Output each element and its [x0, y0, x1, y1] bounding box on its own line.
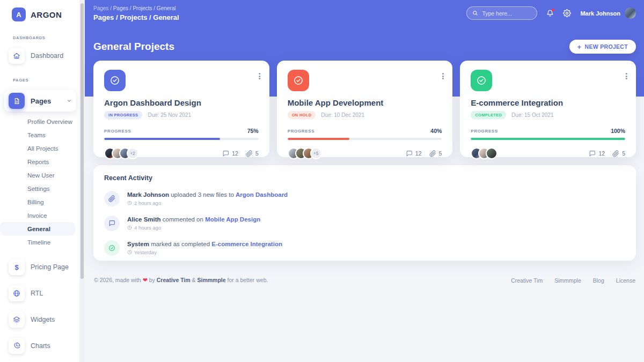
footer-creative-tim[interactable]: Creative Tim	[157, 277, 191, 283]
new-project-label: NEW PROJECT	[585, 43, 628, 50]
user-menu[interactable]: Mark Johnson	[580, 8, 636, 19]
pages-submenu: Profile Overview Teams All Projects Repo…	[0, 115, 79, 249]
sidebar-subitem-settings[interactable]: Settings	[0, 182, 79, 195]
breadcrumb: Pages / Pages / Projects / General Pages…	[93, 5, 179, 21]
footer-link-simmmple[interactable]: Simmmple	[554, 277, 581, 284]
status-badge: IN PROGRESS	[104, 111, 142, 119]
brand-name: ARGON	[31, 10, 62, 19]
comment-icon	[406, 150, 413, 157]
sidebar-subitem-new-user[interactable]: New User	[0, 168, 79, 182]
attachments-count[interactable]: 5	[612, 150, 625, 157]
sidebar-item-rtl[interactable]: RTL	[0, 285, 79, 301]
settings-gear-button[interactable]	[563, 9, 571, 17]
activity-time: Yesterday	[127, 249, 282, 255]
clock-icon	[127, 201, 132, 205]
attachments-count[interactable]: 5	[429, 150, 442, 157]
clock-icon	[127, 250, 132, 255]
due-date: Due: 15 Oct 2021	[511, 112, 553, 118]
new-project-button[interactable]: + NEW PROJECT	[569, 40, 636, 54]
card-menu-button[interactable]: •••	[259, 72, 261, 80]
sidebar-subitem-timeline[interactable]: Timeline	[0, 235, 79, 249]
heart-icon: ❤	[143, 277, 148, 283]
main-content: Pages / Pages / Projects / General Pages…	[85, 0, 644, 362]
search-box[interactable]	[466, 6, 537, 20]
footer-link-blog[interactable]: Blog	[593, 277, 604, 284]
sidebar-item-pricing-page[interactable]: $ Pricing Page	[0, 259, 79, 275]
sidebar-item-pages[interactable]: Pages	[4, 90, 76, 112]
chevron-down-icon	[67, 98, 72, 104]
activity-item: System marked as completed E-commerce In…	[104, 240, 625, 256]
sidebar-item-dashboard[interactable]: Dashboard	[0, 48, 79, 64]
notifications-button[interactable]	[546, 9, 554, 17]
paperclip-icon	[612, 150, 619, 157]
breadcrumb-current: Pages / Projects / General	[113, 5, 176, 11]
layers-icon	[9, 312, 25, 328]
sidebar-item-label: Dashboard	[31, 52, 63, 60]
sidebar-subitem-billing[interactable]: Billing	[0, 195, 79, 209]
project-title: Argon Dashboard Design	[104, 98, 259, 107]
activity-text: System marked as completed E-commerce In…	[127, 240, 282, 247]
paperclip-icon	[104, 191, 120, 206]
comments-count[interactable]: 12	[589, 150, 605, 157]
sidebar-subitem-invoice[interactable]: Invoice	[0, 209, 79, 222]
progress-value: 100%	[611, 128, 625, 134]
progress-bar	[471, 138, 625, 140]
activity-link[interactable]: Mobile App Design	[205, 216, 260, 223]
sidebar-section-pages: PAGES	[0, 78, 79, 83]
sidebar-item-label: Charts	[31, 342, 50, 350]
comments-count[interactable]: 12	[222, 150, 238, 157]
sidebar-item-label: Widgets	[31, 316, 55, 323]
comments-count[interactable]: 12	[406, 150, 422, 157]
document-icon	[9, 93, 25, 109]
sidebar-item-widgets[interactable]: Widgets	[0, 312, 79, 328]
footer-link-license[interactable]: License	[616, 277, 635, 284]
avatar-group[interactable]: +5	[288, 147, 322, 159]
card-menu-button[interactable]: •••	[442, 72, 444, 80]
activity-link[interactable]: E-commerce Integration	[211, 241, 282, 247]
status-badge: ON HOLD	[288, 111, 316, 119]
recent-activity-title: Recent Activity	[104, 174, 625, 182]
search-input[interactable]	[482, 10, 530, 17]
sidebar-scrollbar-thumb[interactable]	[80, 3, 84, 279]
check-circle-icon	[471, 70, 492, 91]
recent-activity-card: Recent Activity Mark Johnson uploaded 3 …	[93, 165, 636, 261]
attachments-count[interactable]: 5	[246, 150, 259, 157]
due-date: Due: 25 Nov 2021	[148, 112, 191, 118]
sidebar: A ARGON DASHBOARDS Dashboard PAGES Pages…	[0, 0, 79, 362]
footer-simmmple[interactable]: Simmmple	[197, 277, 225, 283]
avatar-group[interactable]	[471, 147, 497, 159]
check-circle-icon	[104, 240, 120, 256]
sidebar-subitem-teams[interactable]: Teams	[0, 128, 79, 142]
activity-link[interactable]: Argon Dashboard	[236, 191, 288, 198]
activity-item: Alice Smith commented on Mobile App Desi…	[104, 216, 625, 231]
project-card-mobile-app-development: ••• Mobile App Development ON HOLD Due: …	[277, 61, 453, 157]
breadcrumb-title: Pages / Projects / General	[93, 13, 179, 21]
avatar-overflow-badge: +2	[127, 147, 138, 159]
pie-chart-icon	[9, 338, 25, 354]
avatar	[625, 8, 636, 19]
footer: © 2026, made with ❤ by Creative Tim & Si…	[93, 277, 636, 284]
user-name: Mark Johnson	[580, 10, 620, 17]
sidebar-subitem-reports[interactable]: Reports	[0, 155, 79, 168]
sidebar-subitem-all-projects[interactable]: All Projects	[0, 142, 79, 155]
sidebar-item-charts[interactable]: Charts	[0, 338, 79, 354]
sidebar-subitem-profile-overview[interactable]: Profile Overview	[0, 115, 79, 128]
progress-value: 40%	[430, 128, 442, 134]
paperclip-icon	[429, 150, 436, 157]
due-date: Due: 10 Dec 2021	[321, 112, 364, 118]
footer-link-creative-tim[interactable]: Creative Tim	[511, 277, 543, 284]
card-menu-button[interactable]: •••	[625, 72, 627, 80]
progress-label: PROGRESS	[104, 129, 131, 134]
comment-icon	[104, 216, 120, 231]
check-circle-icon	[288, 70, 309, 91]
dollar-icon: $	[9, 259, 25, 275]
brand-logo[interactable]: A ARGON	[0, 6, 79, 21]
progress-label: PROGRESS	[288, 129, 314, 134]
project-title: Mobile App Development	[288, 98, 442, 107]
avatar-group[interactable]: +2	[104, 147, 138, 159]
sidebar-scrollbar-track[interactable]	[79, 0, 85, 362]
breadcrumb-root[interactable]: Pages	[93, 5, 108, 11]
progress-label: PROGRESS	[471, 129, 497, 134]
paperclip-icon	[246, 150, 253, 157]
sidebar-subitem-general[interactable]: General	[0, 222, 75, 235]
